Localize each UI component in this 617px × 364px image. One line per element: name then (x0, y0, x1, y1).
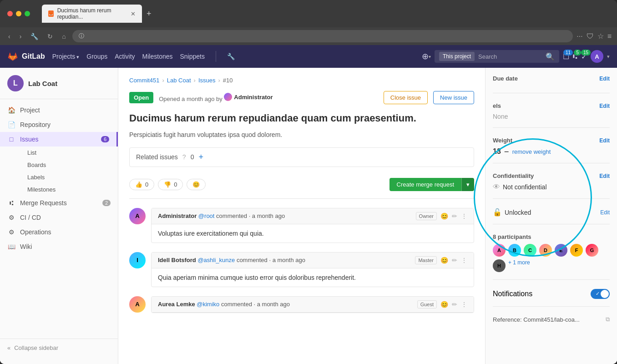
tab-close-button[interactable]: ✕ (131, 10, 136, 17)
breadcrumb-issues[interactable]: Issues (198, 77, 216, 84)
hamburger-icon[interactable]: ≡ (607, 32, 612, 40)
sidebar-item-wiki-label: Wiki (20, 243, 32, 250)
sidebar-collapse-label: Collapse sidebar (14, 344, 58, 351)
participant-avatar-1: A (493, 244, 506, 257)
back-button[interactable]: ‹ (5, 31, 13, 42)
comment-3-actions: 😊 ✏ ⋮ (440, 301, 467, 308)
comment-3-more-icon[interactable]: ⋮ (461, 301, 467, 308)
lock-row: 🔓 Unlocked Edit (493, 208, 610, 217)
issue-header: Open Opened a month ago by Administrator… (129, 91, 474, 104)
comment-3-author: Aurea Lemke (158, 301, 195, 308)
breadcrumb-labcoat[interactable]: Lab Coat (167, 77, 191, 84)
nav-activity[interactable]: Activity (115, 53, 135, 60)
gitlab-logo-icon (7, 51, 18, 62)
nav-user-avatar[interactable]: A (591, 50, 603, 63)
maximize-dot[interactable] (25, 11, 30, 16)
weight-section: Weight Edit 13 – remove weight (493, 137, 610, 163)
sidebar-subitem-list[interactable]: List (20, 147, 118, 159)
comment-2-role: Master (415, 256, 437, 264)
sidebar-item-operations[interactable]: ⚙ Operations (0, 225, 118, 239)
more-options-icon[interactable]: ··· (577, 32, 582, 40)
nav-links: Projects Groups Activity Milestones Snip… (52, 53, 205, 60)
content-area: Commit451 › Lab Coat › Issues › #10 Open… (118, 68, 617, 364)
browser-tabs: 🦊 Ducimus harum rerum repudian... ✕ + (42, 5, 610, 23)
url-input[interactable] (88, 33, 567, 40)
reload-button[interactable]: ↻ (45, 31, 56, 42)
nav-projects[interactable]: Projects (52, 53, 80, 60)
nav-search-input[interactable] (478, 53, 542, 60)
add-related-issue-icon[interactable]: + (198, 152, 203, 162)
comment-2-header: Idell Botsford @ashli_kunze commented · … (152, 253, 474, 268)
comment-1-emoji-icon[interactable]: 😊 (440, 212, 448, 220)
sidebar-item-wiki[interactable]: 📖 Wiki (0, 239, 118, 254)
sidebar-collapse-button[interactable]: « Collapse sidebar (0, 339, 118, 357)
nav-wrench-icon[interactable]: 🔧 (227, 53, 235, 60)
minimize-dot[interactable] (16, 11, 21, 16)
comment-3-emoji-icon[interactable]: 😊 (440, 301, 448, 308)
close-issue-button[interactable]: Close issue (384, 91, 428, 104)
nav-milestones[interactable]: Milestones (142, 53, 173, 60)
comment-2-time: a month ago (273, 257, 305, 263)
forward-button[interactable]: › (17, 31, 25, 42)
nav-snippets[interactable]: Snippets (180, 53, 205, 60)
sidebar-item-cicd-label: CI / CD (20, 214, 41, 221)
close-dot[interactable] (7, 11, 13, 16)
sidebar-subitem-milestones[interactable]: Milestones (20, 183, 118, 196)
comment-1: A Administrator @root commented · a mont… (129, 208, 474, 243)
create-merge-request-dropdown[interactable]: ▾ (461, 178, 474, 191)
comment-3-handle[interactable]: @kimiko (197, 301, 219, 308)
comment-1-handle[interactable]: @root (198, 212, 215, 219)
comment-3-edit-icon[interactable]: ✏ (452, 301, 457, 308)
participants-more[interactable]: + 1 more (508, 259, 530, 272)
new-tab-button[interactable]: + (144, 8, 154, 20)
comment-2-edit-icon[interactable]: ✏ (452, 257, 457, 264)
labels-edit-button[interactable]: Edit (599, 103, 610, 109)
lock-edit-button[interactable]: Edit (600, 209, 610, 216)
new-issue-button[interactable]: New issue (433, 91, 474, 104)
project-icon: 🏠 (7, 106, 15, 114)
sidebar-item-repository[interactable]: 📄 Repository (0, 117, 118, 132)
weight-edit-button[interactable]: Edit (599, 137, 610, 144)
participants-list: A B C D E F G H + 1 more (493, 244, 610, 272)
sidebar-item-merge-requests[interactable]: ⑆ Merge Requests 2 (0, 196, 118, 210)
due-date-edit-button[interactable]: Edit (599, 76, 610, 82)
create-merge-request-button[interactable]: Create merge request (389, 178, 461, 191)
emoji-reaction-button[interactable]: 😊 (187, 179, 206, 190)
comment-1-more-icon[interactable]: ⋮ (461, 212, 467, 220)
sidebar-item-project[interactable]: 🏠 Project (0, 103, 118, 117)
comment-2-more-icon[interactable]: ⋮ (461, 257, 467, 264)
copy-reference-icon[interactable]: ⧉ (606, 316, 610, 323)
thumbs-down-button[interactable]: 👎 0 (158, 179, 183, 190)
breadcrumb: Commit451 › Lab Coat › Issues › #10 (129, 77, 474, 84)
pocket-icon[interactable]: 🛡 (587, 32, 594, 40)
main-layout: L Lab Coat 🏠 Project 📄 Repository □ Issu… (0, 68, 617, 364)
reference-section: Reference: Commit451/lab-coa... ⧉ (493, 316, 610, 330)
tools-button[interactable]: 🔧 (28, 31, 41, 42)
browser-frame: 🦊 Ducimus harum rerum repudian... ✕ + ‹ … (0, 0, 617, 364)
notifications-toggle[interactable]: ✓ (591, 289, 610, 299)
remove-weight-button[interactable]: remove weight (512, 148, 551, 155)
star-icon[interactable]: ☆ (597, 32, 604, 40)
sidebar-item-ci-cd[interactable]: ⚙ CI / CD (0, 210, 118, 225)
sidebar-item-issues[interactable]: □ Issues 6 (0, 132, 118, 147)
confidentiality-edit-button[interactable]: Edit (599, 173, 610, 179)
active-tab[interactable]: 🦊 Ducimus harum rerum repudian... ✕ (42, 5, 142, 23)
nav-plus-icon[interactable]: ⊕ (422, 51, 429, 61)
thumbs-up-button[interactable]: 👍 0 (129, 179, 154, 190)
participants-title: 8 participants (493, 233, 610, 240)
comment-1-edit-icon[interactable]: ✏ (452, 212, 457, 220)
nav-groups[interactable]: Groups (86, 53, 107, 60)
sidebar-subitem-labels[interactable]: Labels (20, 171, 118, 183)
create-merge-request-group: Create merge request ▾ (389, 178, 474, 191)
nav-search-scope[interactable]: This project (439, 52, 475, 61)
weight-label: Weight (493, 137, 512, 144)
home-button[interactable]: ⌂ (59, 31, 68, 42)
comment-2-handle[interactable]: @ashli_kunze (197, 257, 235, 263)
breadcrumb-sep-1: › (162, 77, 164, 84)
cicd-icon: ⚙ (7, 214, 15, 221)
comment-2-actions: 😊 ✏ ⋮ (440, 257, 467, 264)
sidebar-subitem-boards[interactable]: Boards (20, 159, 118, 171)
comment-2-emoji-icon[interactable]: 😊 (440, 257, 448, 264)
breadcrumb-commit451[interactable]: Commit451 (129, 77, 159, 84)
comment-3: A Aurea Lemke @kimiko commented · a mont… (129, 296, 474, 313)
